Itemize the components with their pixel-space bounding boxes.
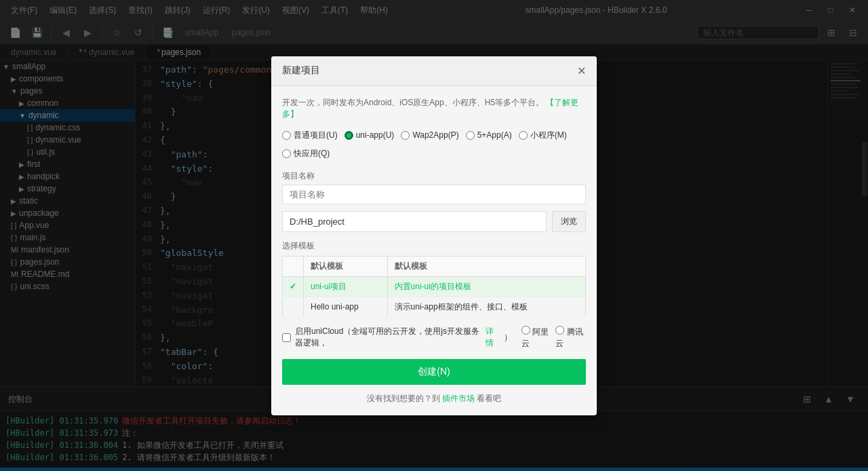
template-name: Hello uni-app (304, 297, 388, 317)
project-name-label: 项目名称 (282, 170, 586, 182)
dialog-overlay: 新建项目 ✕ 开发一次，同时发布为Android、iOS原生App、小程序、H5… (0, 0, 868, 471)
project-path-row: 浏览 (282, 211, 586, 232)
dialog-title: 新建项目 (282, 64, 320, 77)
template-section: 选择模板 默认模板 默认模板 ✓ uni-ui项目 内置uni-ui (282, 240, 586, 318)
radio-tencent[interactable]: 腾讯云 (555, 326, 586, 350)
template-name: uni-ui项目 (304, 276, 388, 297)
cloud-label: 启用uniCloud（全端可用的云开发，使用js开发服务器逻辑， (295, 326, 481, 349)
template-check: ✓ (283, 276, 304, 297)
radio-miniprogram[interactable]: 小程序(M) (519, 130, 567, 141)
project-type-radio-group: 普通项目(U) uni-app(U) Wap2App(P) 5+App(A) 小… (282, 130, 586, 159)
cloud-detail-link[interactable]: 详情 (486, 326, 500, 349)
template-col-check (283, 256, 304, 276)
template-check (283, 297, 304, 317)
radio-wap2app[interactable]: Wap2App(P) (401, 130, 458, 140)
dialog-subtitle: 开发一次，同时发布为Android、iOS原生App、小程序、H5等多个平台。 … (282, 97, 586, 120)
project-name-input[interactable] (282, 185, 586, 204)
create-button[interactable]: 创建(N) (282, 359, 586, 385)
template-label: 选择模板 (282, 240, 586, 252)
project-path-input[interactable] (282, 211, 547, 232)
radio-quickapp[interactable]: 快应用(Q) (282, 148, 330, 159)
bottom-link: 没有找到想要的？到 插件市场 看看吧 (282, 393, 586, 404)
template-desc: 内置uni-ui的项目模板 (387, 276, 585, 297)
radio-normal[interactable]: 普通项目(U) (282, 130, 338, 141)
template-col-desc: 默认模板 (387, 256, 585, 276)
radio-uni-app[interactable]: uni-app(U) (344, 130, 395, 140)
radio-5app[interactable]: 5+App(A) (466, 130, 512, 140)
dialog-header: 新建项目 ✕ (271, 56, 597, 86)
cloud-options: 阿里云 腾讯云 (521, 326, 586, 350)
cloud-row: 启用uniCloud（全端可用的云开发，使用js开发服务器逻辑， 详情 ） 阿里… (282, 326, 586, 350)
dialog-close-button[interactable]: ✕ (577, 64, 586, 77)
new-project-dialog: 新建项目 ✕ 开发一次，同时发布为Android、iOS原生App、小程序、H5… (271, 56, 597, 415)
radio-aliyun[interactable]: 阿里云 (521, 326, 552, 350)
cloud-suffix: ） (504, 332, 512, 343)
browse-button[interactable]: 浏览 (552, 211, 586, 232)
template-desc: 演示uni-app框架的组件、接口、模板 (387, 297, 585, 317)
template-row-hello[interactable]: Hello uni-app 演示uni-app框架的组件、接口、模板 (283, 297, 586, 317)
template-row-uni-ui[interactable]: ✓ uni-ui项目 内置uni-ui的项目模板 (283, 276, 586, 297)
market-link[interactable]: 插件市场 (442, 394, 475, 403)
dialog-body: 开发一次，同时发布为Android、iOS原生App、小程序、H5等多个平台。 … (271, 86, 597, 415)
template-col-name: 默认模板 (304, 256, 388, 276)
cloud-checkbox[interactable] (282, 333, 291, 342)
template-table: 默认模板 默认模板 ✓ uni-ui项目 内置uni-ui的项目模板 Hello (282, 256, 586, 318)
